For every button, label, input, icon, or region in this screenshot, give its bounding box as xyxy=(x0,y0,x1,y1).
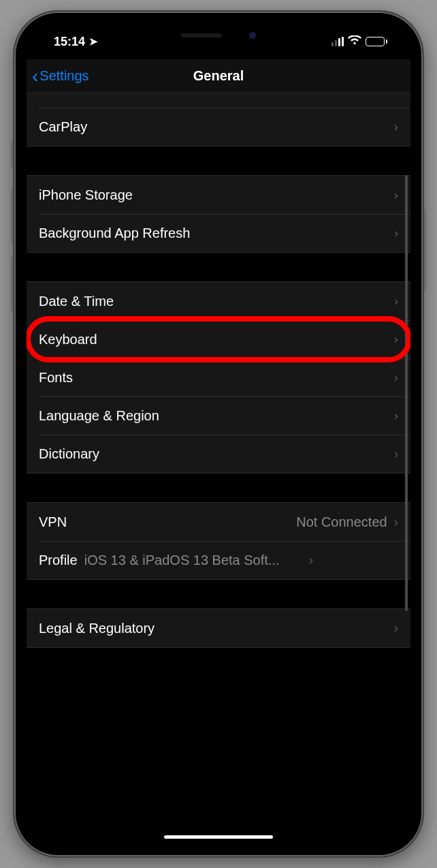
back-button[interactable]: ‹ Settings xyxy=(32,67,89,86)
row-label: Background App Refresh xyxy=(39,226,190,241)
row-vpn[interactable]: VPN Not Connected › xyxy=(27,503,410,541)
nav-bar: ‹ Settings General xyxy=(27,59,410,93)
row-label: Dictionary xyxy=(39,446,99,462)
back-label: Settings xyxy=(39,68,88,84)
cellular-icon xyxy=(331,37,344,46)
chevron-right-icon: › xyxy=(394,93,398,96)
scroll-indicator xyxy=(405,175,408,611)
row-language-region[interactable]: Language & Region › xyxy=(27,397,410,435)
status-time: 15:14 xyxy=(54,35,85,49)
chevron-right-icon: › xyxy=(394,446,398,461)
settings-list[interactable]: Handoff › CarPlay › iPhone Storage xyxy=(27,93,410,844)
row-profile[interactable]: Profile iOS 13 & iPadOS 13 Beta Soft... … xyxy=(27,541,410,579)
chevron-right-icon: › xyxy=(394,621,398,636)
row-fonts[interactable]: Fonts › xyxy=(27,358,410,397)
chevron-right-icon: › xyxy=(394,226,398,241)
chevron-right-icon: › xyxy=(394,408,398,423)
chevron-right-icon: › xyxy=(394,294,398,309)
row-date-time[interactable]: Date & Time › xyxy=(27,282,410,320)
row-label: Date & Time xyxy=(39,294,114,309)
chevron-left-icon: ‹ xyxy=(32,67,38,86)
chevron-right-icon: › xyxy=(394,514,398,529)
row-handoff[interactable]: Handoff › xyxy=(27,93,410,108)
row-carplay[interactable]: CarPlay › xyxy=(27,108,410,146)
row-label: Fonts xyxy=(39,370,73,386)
home-indicator[interactable] xyxy=(164,835,273,839)
row-label: Legal & Regulatory xyxy=(39,621,155,636)
row-keyboard[interactable]: Keyboard › xyxy=(27,320,410,358)
notch xyxy=(137,24,300,47)
row-label: VPN xyxy=(39,514,67,530)
row-label: Language & Region xyxy=(39,408,159,424)
row-label: CarPlay xyxy=(39,119,87,135)
row-label: Keyboard xyxy=(39,332,97,347)
row-dictionary[interactable]: Dictionary › xyxy=(27,435,410,473)
chevron-right-icon: › xyxy=(394,119,398,134)
location-icon: ➤ xyxy=(89,35,98,48)
row-iphone-storage[interactable]: iPhone Storage › xyxy=(27,176,410,214)
row-label: Profile xyxy=(39,553,78,568)
row-detail: Not Connected xyxy=(296,514,387,530)
row-label: Handoff xyxy=(39,93,86,97)
chevron-right-icon: › xyxy=(394,187,398,202)
battery-icon xyxy=(366,37,387,46)
chevron-right-icon: › xyxy=(309,553,313,568)
chevron-right-icon: › xyxy=(394,332,398,347)
row-detail: iOS 13 & iPadOS 13 Beta Soft... xyxy=(84,553,302,568)
screen: 15:14 ➤ ‹ Settings General xyxy=(27,24,410,844)
row-background-app-refresh[interactable]: Background App Refresh › xyxy=(27,214,410,252)
chevron-right-icon: › xyxy=(394,370,398,385)
row-label: iPhone Storage xyxy=(39,187,133,203)
wifi-icon xyxy=(348,35,361,48)
row-legal-regulatory[interactable]: Legal & Regulatory › xyxy=(27,609,410,647)
